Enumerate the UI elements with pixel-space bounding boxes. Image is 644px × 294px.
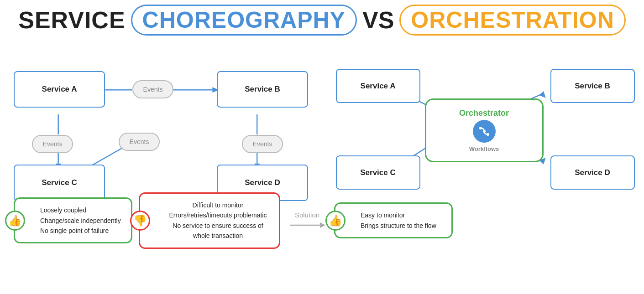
- solution-text: Easy to monitor Brings structure to the …: [361, 210, 443, 231]
- choreo-service-a: Service A: [14, 71, 105, 108]
- cons-box: 👎 Difficult to monitor Errors/retries/ti…: [139, 192, 280, 249]
- choreo-events-1: Events: [132, 80, 173, 98]
- title-orchestration: ORCHESTRATION: [399, 5, 625, 36]
- solution-box: 👍 Easy to monitor Brings structure to th…: [334, 202, 453, 238]
- choreo-service-b: Service B: [217, 71, 308, 108]
- pros-text: Loosely coupled Change/scale independent…: [40, 205, 123, 236]
- orch-service-a: Service A: [336, 69, 420, 103]
- orchestrator-box: Orchestrator Workflows: [425, 98, 544, 162]
- pros-thumbs-up-icon: 👍: [5, 211, 25, 231]
- cons-text: Difficult to monitor Errors/retries/time…: [165, 200, 271, 241]
- orch-diagram: Service A Service B Service C Service D …: [331, 44, 635, 185]
- svg-point-24: [479, 127, 482, 129]
- svg-point-26: [487, 133, 489, 136]
- svg-marker-15: [539, 91, 546, 98]
- bottom-row: 👍 Loosely coupled Change/scale independe…: [9, 192, 635, 249]
- solution-arrow-area: Solution: [287, 211, 328, 230]
- title-row: SERVICE CHOREOGRAPHY VS ORCHESTRATION: [9, 5, 635, 36]
- solution-label: Solution: [295, 211, 319, 219]
- cons-thumbs-down-icon: 👎: [130, 211, 150, 231]
- orch-service-d: Service D: [550, 155, 635, 190]
- diagrams-row: Service A Events Service B Events Events…: [9, 44, 635, 185]
- workflows-icon: [473, 120, 496, 143]
- pros-box: 👍 Loosely coupled Change/scale independe…: [14, 197, 132, 243]
- main-container: SERVICE CHOREOGRAPHY VS ORCHESTRATION: [0, 0, 644, 256]
- orch-service-b: Service B: [550, 69, 635, 103]
- solution-thumbs-up-icon: 👍: [325, 211, 346, 231]
- svg-marker-28: [320, 222, 325, 228]
- choreo-service-c: Service C: [14, 165, 105, 201]
- orch-service-c: Service C: [336, 155, 420, 190]
- title-service: SERVICE: [18, 6, 125, 34]
- solution-arrow-svg: [289, 221, 325, 230]
- title-choreography: CHOREOGRAPHY: [131, 5, 357, 36]
- svg-point-25: [483, 130, 486, 133]
- choreo-diagram: Service A Events Service B Events Events…: [9, 44, 313, 185]
- choreo-events-4: Events: [242, 135, 283, 153]
- title-vs: VS: [362, 6, 394, 34]
- choreo-events-3: Events: [119, 133, 160, 151]
- choreo-events-2: Events: [32, 135, 73, 153]
